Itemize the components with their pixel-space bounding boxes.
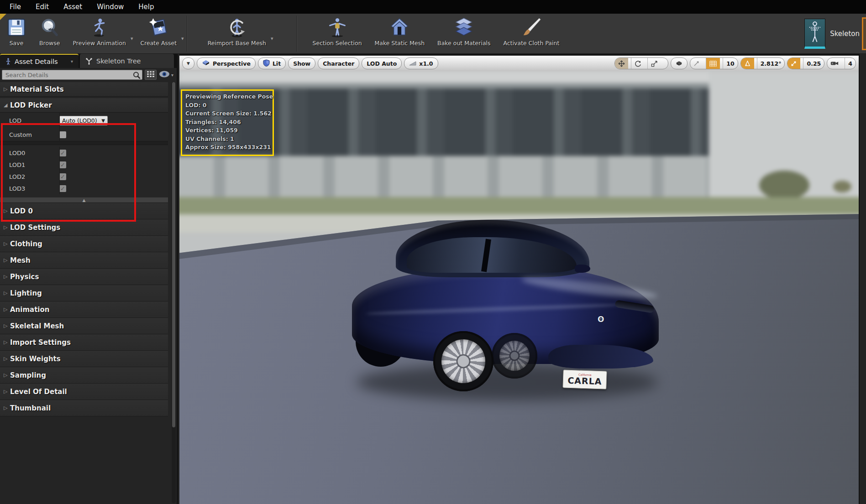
lod3-row: LOD3 ✓: [0, 182, 168, 194]
scale-snap-icon[interactable]: [787, 58, 800, 69]
section-clothing[interactable]: ▷ Clothing: [0, 236, 168, 252]
viewport-border: [179, 54, 859, 56]
tab-dropdown-icon[interactable]: ▾: [71, 59, 73, 64]
section-import-settings[interactable]: ▷ Import Settings: [0, 334, 168, 351]
asset-switcher[interactable]: Skeleton: [804, 14, 866, 53]
lod2-checkbox[interactable]: ✓: [59, 173, 66, 180]
menu-edit[interactable]: Edit: [31, 3, 58, 11]
section-skeletal-mesh[interactable]: ▷ Skeletal Mesh: [0, 318, 168, 334]
category-material-slots[interactable]: ▷ Material Slots: [0, 82, 168, 97]
custom-checkbox[interactable]: [59, 131, 66, 138]
create-asset-dropdown-icon[interactable]: ▾: [181, 36, 184, 42]
tab-skeleton-tree[interactable]: Skeleton Tree: [80, 54, 174, 68]
viewport-scene[interactable]: ʘ California CARLA Previewing Reference …: [179, 71, 859, 504]
paintbrush-icon: [521, 16, 542, 39]
collapsed-arrow-icon: ▷: [4, 389, 10, 395]
scale-snap-value[interactable]: 0.25: [803, 58, 824, 69]
reimport-base-mesh-button[interactable]: Reimport Base Mesh: [189, 14, 273, 53]
tpose-figure-icon: [327, 16, 347, 39]
scrollbar-thumb[interactable]: [172, 82, 175, 427]
show-menu-button[interactable]: Show: [288, 57, 315, 69]
grid-snap-icon[interactable]: [706, 58, 720, 69]
lod1-row: LOD1 ✓: [0, 159, 168, 171]
tab-corner-accent: [0, 14, 6, 20]
viewport-options-button[interactable]: ▼: [182, 57, 194, 69]
asset-details-panel: Asset Details ▾ Skeleton Tree: [0, 54, 178, 504]
section-thumbnail[interactable]: ▷ Thumbnail: [0, 400, 168, 416]
category-lod-picker[interactable]: ◢ LOD Picker: [0, 98, 168, 113]
section-sampling[interactable]: ▷ Sampling: [0, 367, 168, 384]
surface-snap-cube-icon: [675, 60, 683, 68]
display-filter-button[interactable]: [145, 70, 157, 80]
rotation-snap-icon[interactable]: [741, 58, 754, 69]
make-static-mesh-button[interactable]: Make Static Mesh: [368, 14, 431, 53]
section-animation[interactable]: ▷ Animation: [0, 301, 168, 318]
menu-window[interactable]: Window: [92, 3, 133, 11]
menu-help[interactable]: Help: [133, 3, 163, 11]
magnifier-icon: [40, 16, 60, 39]
carla-vehicle-mesh[interactable]: ʘ California CARLA: [352, 213, 667, 410]
grid-snap-group: 10: [690, 57, 738, 69]
browse-button[interactable]: Browse: [33, 14, 67, 53]
asset-details-figure-icon: [5, 58, 11, 65]
lod1-checkbox[interactable]: ✓: [59, 161, 66, 168]
section-physics[interactable]: ▷ Physics: [0, 269, 168, 285]
translate-tool-icon[interactable]: [615, 58, 628, 69]
collapse-handle[interactable]: ▲: [0, 197, 168, 203]
search-input[interactable]: [2, 71, 142, 80]
grid-snap-value[interactable]: 10: [723, 58, 737, 69]
grid-snap-toggle-icon[interactable]: [690, 58, 703, 69]
activate-cloth-paint-button[interactable]: Activate Cloth Paint: [497, 14, 566, 53]
next-asset-thumb-edge[interactable]: [862, 17, 866, 50]
collapsed-arrow-icon: ▷: [4, 241, 10, 247]
section-level-of-detail[interactable]: ▷ Level Of Detail: [0, 384, 168, 400]
tab-asset-details[interactable]: Asset Details ▾: [0, 54, 79, 68]
perspective-button[interactable]: Perspective: [197, 57, 256, 69]
chevron-down-icon: ▾: [171, 73, 173, 78]
asset-switcher-label: Skeleton: [830, 30, 860, 38]
collapsed-arrow-icon: ▷: [4, 405, 10, 411]
camera-speed-value[interactable]: 4: [845, 58, 856, 69]
grid-list-icon: [147, 71, 154, 79]
chevron-down-icon: ▼: [187, 61, 190, 66]
section-skin-weights[interactable]: ▷ Skin Weights: [0, 351, 168, 367]
character-menu-button[interactable]: Character: [318, 57, 359, 69]
reimport-dropdown-icon[interactable]: ▾: [271, 36, 273, 42]
scale-snap-group: 0.25: [787, 57, 824, 69]
lod-select-dropdown[interactable]: Auto (LOD0) ▼: [59, 116, 108, 125]
lod0-checkbox[interactable]: ✓: [59, 150, 66, 156]
divider: [0, 141, 168, 145]
scale-tool-icon[interactable]: [647, 58, 661, 69]
skeleton-icon: [804, 19, 825, 49]
lod-auto-button[interactable]: LOD Auto: [362, 57, 402, 69]
lod3-checkbox[interactable]: ✓: [59, 185, 66, 192]
chevron-down-icon: ▼: [101, 118, 105, 123]
camera-speed-icon[interactable]: [827, 58, 842, 69]
collapsed-arrow-icon: ▷: [4, 86, 10, 92]
section-lighting[interactable]: ▷ Lighting: [0, 285, 168, 301]
section-mesh[interactable]: ▷ Mesh: [0, 252, 168, 269]
section-selection-button[interactable]: Section Selection: [299, 14, 368, 53]
surface-snapping-button[interactable]: [671, 57, 688, 69]
screen-size-button[interactable]: x1.0: [404, 57, 438, 69]
view-options-button[interactable]: ▾: [159, 71, 173, 79]
lit-mode-button[interactable]: Lit: [258, 57, 286, 69]
left-panel-scrollbar[interactable]: [172, 82, 176, 503]
rotation-snap-value[interactable]: 2.812°: [757, 58, 785, 69]
preview-animation-dropdown-icon[interactable]: ▾: [131, 36, 133, 42]
create-asset-button[interactable]: Create Asset: [134, 14, 183, 53]
section-lod-0[interactable]: ▷ LOD 0: [0, 203, 168, 219]
menu-asset[interactable]: Asset: [58, 3, 92, 11]
search-icon: [132, 71, 141, 81]
front-wheel: [433, 331, 493, 391]
rotate-tool-icon[interactable]: [631, 58, 645, 69]
preview-animation-button[interactable]: Preview Animation: [67, 14, 132, 53]
bake-out-materials-button[interactable]: Bake out Materials: [431, 14, 497, 53]
tesla-logo: ʘ: [598, 315, 604, 324]
preview-viewport[interactable]: ▼ Perspective Lit Show Character: [179, 54, 859, 504]
collapsed-arrow-icon: ▷: [4, 372, 10, 378]
camera-speed-group: 4: [827, 57, 856, 69]
house-icon: [389, 16, 409, 39]
section-lod-settings[interactable]: ▷ LOD Settings: [0, 219, 168, 236]
menu-file[interactable]: File: [5, 3, 31, 11]
